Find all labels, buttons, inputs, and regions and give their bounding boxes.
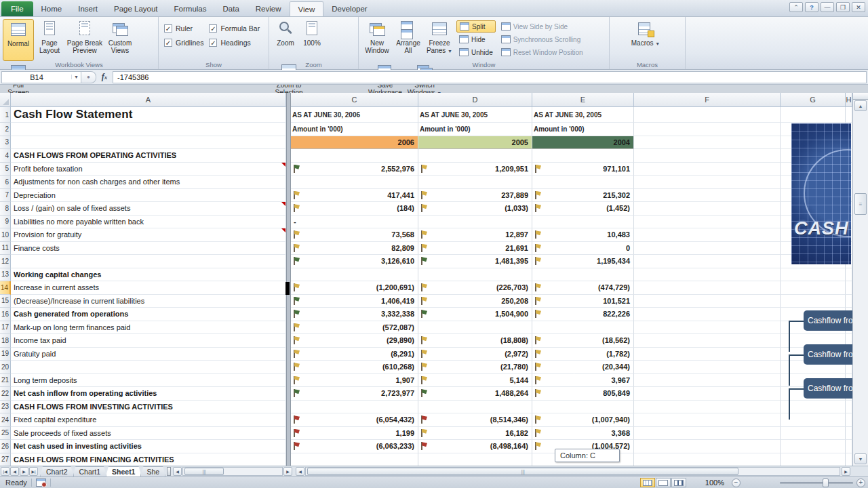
normal-view-shortcut-icon[interactable] [640,478,655,487]
tab-view[interactable]: View [290,1,324,16]
reset-window-position-button[interactable]: Reset Window Position [498,46,586,58]
cell-E14[interactable]: (474,729) [532,281,634,295]
cell-F4[interactable] [634,149,781,163]
cell-A5[interactable]: Profit before taxation [11,163,286,176]
cell-F18[interactable] [634,334,781,348]
page-break-shortcut-icon[interactable] [671,478,686,487]
cell-C24[interactable]: (6,054,432) [291,413,418,427]
cell-F10[interactable] [634,228,781,242]
zoom-in-icon[interactable]: + [856,479,865,487]
sheet-tab-chart2[interactable]: Chart2 [40,466,74,476]
cell-C20[interactable]: (610,268) [291,361,418,374]
sheet-tab-sheet1[interactable]: Sheet1 [106,466,141,476]
cell-A20[interactable] [11,361,286,374]
cell-E23[interactable] [532,401,634,414]
cell-H25[interactable] [846,427,852,441]
column-header-e[interactable]: E [532,93,634,107]
cell-A7[interactable]: Depreciation [11,189,286,203]
cell-C1[interactable]: AS AT JUNE 30, 2006 [291,107,418,123]
cell-C6[interactable] [291,176,418,189]
cell-E3[interactable]: 2004 [532,136,634,150]
tab-developer[interactable]: Developer [323,1,375,16]
cell-D1[interactable]: AS AT JUNE 30, 2005 [418,107,532,123]
cell-E15[interactable]: 101,521 [532,295,634,308]
vscroll-thumb[interactable]: ≡ [854,193,867,215]
column-header-f[interactable]: F [634,93,781,107]
cell-D12[interactable]: 1,481,395 [418,255,532,268]
vertical-scrollbar[interactable]: ▲ ≡ ▼ [852,93,868,466]
cell-D13[interactable] [418,268,532,282]
cell-C15[interactable]: 1,406,419 [291,295,418,308]
row-header-7[interactable]: 7 [0,189,11,203]
cell-C14[interactable]: (1,200,691) [291,281,418,295]
row-header-11[interactable]: 11 [0,242,11,256]
split-button[interactable]: Split [456,20,496,33]
row-header-3[interactable]: 3 [0,136,11,150]
cell-C3[interactable]: 2006 [291,136,418,150]
cell-E22[interactable]: 805,849 [532,387,634,401]
headings-checkbox[interactable]: ✓Headings [209,39,260,47]
cell-D11[interactable]: 21,691 [418,242,532,256]
cell-F26[interactable] [634,440,781,453]
row-header-25[interactable]: 25 [0,427,11,441]
cell-A25[interactable]: Sale proceeds of fixed assets [11,427,286,441]
hscroll-left-pane-right-icon[interactable]: ▶ [283,467,292,476]
cell-A19[interactable]: Gratuity paid [11,348,286,361]
cell-E16[interactable]: 822,226 [532,308,634,321]
cell-D8[interactable]: (1,033) [418,202,532,216]
split-bar-vertical[interactable] [286,93,291,466]
cell-F22[interactable] [634,387,781,401]
name-box-dropdown-icon[interactable]: ▼ [71,75,81,79]
cashflow-box-3[interactable]: Cashflow fro [804,378,852,399]
tab-home[interactable]: Home [33,1,71,16]
row-header-22[interactable]: 22 [0,387,11,401]
cell-F16[interactable] [634,308,781,321]
row-header-2[interactable]: 2 [0,123,11,136]
row-header-10[interactable]: 10 [0,228,11,242]
cell-E7[interactable]: 215,302 [532,189,634,203]
cell-E8[interactable]: (1,452) [532,202,634,216]
first-sheet-icon[interactable]: |◀ [1,467,9,476]
cell-H13[interactable] [846,268,852,282]
cell-G26[interactable] [781,440,846,453]
cell-A18[interactable]: Income tax paid [11,334,286,348]
cell-A27[interactable]: CASH FLOWS FROM FINANCING ACTIVITIES [11,453,286,466]
page-break-preview-button[interactable]: Page Break Preview [65,19,104,61]
cell-C10[interactable]: 73,568 [291,228,418,242]
cell-F3[interactable] [634,136,781,150]
cell-E24[interactable]: (1,007,940) [532,413,634,427]
cell-H1[interactable] [846,107,852,123]
hide-button[interactable]: Hide [456,33,496,45]
cell-F14[interactable] [634,281,781,295]
row-header-1[interactable]: 1 [0,107,11,123]
cell-D17[interactable] [418,321,532,335]
cell-A1[interactable]: Cash Flow Statement [11,107,286,123]
cell-E6[interactable] [532,176,634,189]
cell-A26[interactable]: Net cash used in investing activities [11,440,286,453]
cell-E4[interactable] [532,149,634,163]
cell-C25[interactable]: 1,199 [291,427,418,441]
row-header-18[interactable]: 18 [0,334,11,348]
select-all-corner[interactable] [0,93,11,107]
cell-D10[interactable]: 12,897 [418,228,532,242]
cell-A9[interactable]: Liabilities no more payable written back [11,216,286,229]
row-header-14[interactable]: 14 [0,281,11,295]
row-header-27[interactable]: 27 [0,453,11,466]
cell-E1[interactable]: AS AT JUNE 30, 2005 [532,107,634,123]
cell-D16[interactable]: 1,504,900 [418,308,532,321]
cell-A17[interactable]: Mark-up on long term finances paid [11,321,286,335]
cell-E25[interactable]: 3,368 [532,427,634,441]
cell-C11[interactable]: 82,809 [291,242,418,256]
cell-A15[interactable]: (Decrease)/Increase in current liabiliti… [11,295,286,308]
cell-H27[interactable] [846,453,852,466]
cell-C16[interactable]: 3,332,338 [291,308,418,321]
next-sheet-icon[interactable]: ▶ [20,467,28,476]
hscroll-right-pane-left-icon[interactable]: ◀ [296,467,304,476]
row-header-15[interactable]: 15 [0,295,11,308]
synchronous-scrolling-button[interactable]: Synchronous Scrolling [498,33,586,45]
vscroll-split-handle[interactable] [853,93,868,100]
macros-button[interactable]: Macros ▼ [630,19,661,61]
custom-views-button[interactable]: Custom Views [104,19,136,61]
cell-A2[interactable] [11,123,286,136]
cell-A23[interactable]: CASH FLOWS FROM INVESTING ACTIVITIES [11,401,286,414]
